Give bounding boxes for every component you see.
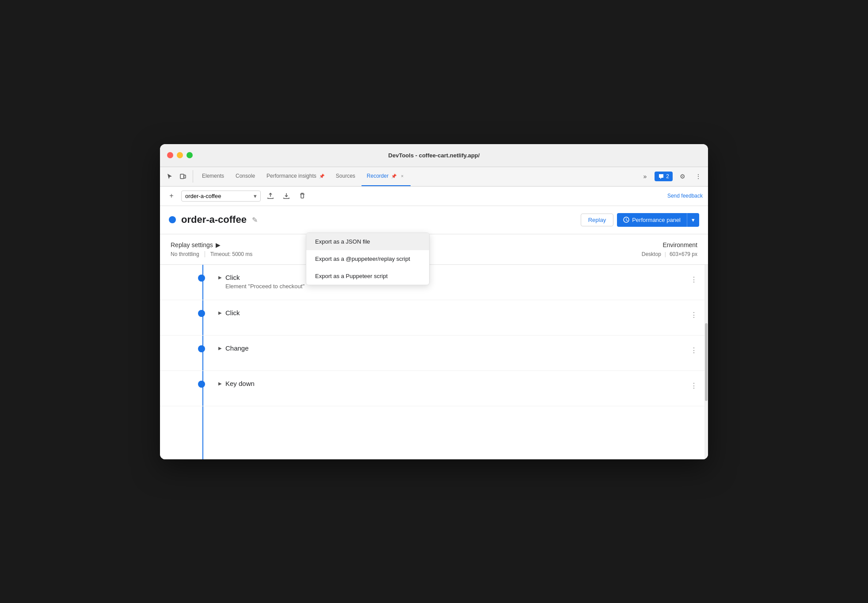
tabs-list: Elements Console Performance insights 📌 …	[197, 167, 411, 186]
settings-left: Replay settings ▶ No throttling Timeout:…	[171, 241, 258, 257]
comments-button[interactable]: 2	[655, 172, 673, 181]
window-title: DevTools - coffee-cart.netlify.app/	[388, 152, 480, 159]
step-4-dot	[198, 381, 205, 388]
pin-icon-performance: 📌	[319, 174, 324, 179]
step-2-timeline	[160, 309, 211, 317]
step-1-type: Click	[225, 274, 240, 281]
title-bar: DevTools - coffee-cart.netlify.app/	[160, 144, 708, 167]
step-3-dot	[198, 345, 205, 352]
step-2-type: Click	[225, 309, 240, 317]
export-puppeteer-item[interactable]: Export as a Puppeteer script	[306, 267, 429, 285]
recording-indicator	[169, 216, 176, 223]
header-actions: Replay Performance panel ▾	[581, 213, 699, 227]
environment-section: Environment Desktop | 603×679 px	[642, 241, 697, 257]
step-3-expander[interactable]: ▶ Change	[218, 344, 689, 352]
environment-details: Desktop | 603×679 px	[642, 251, 697, 257]
step-1-dot	[198, 275, 205, 282]
delete-button[interactable]	[296, 190, 308, 202]
recording-header: order-a-coffee ✎ Replay Performance pane…	[160, 206, 708, 234]
step-1-menu-button[interactable]: ⋮	[689, 275, 699, 285]
step-4-menu-button[interactable]: ⋮	[689, 381, 699, 391]
maximize-button[interactable]	[187, 152, 193, 158]
export-puppeteer-replay-item[interactable]: Export as a @puppeteer/replay script	[306, 250, 429, 267]
pin-icon-recorder: 📌	[391, 174, 396, 179]
scrollbar[interactable]	[704, 265, 708, 459]
settings-area: Replay settings ▶ No throttling Timeout:…	[160, 234, 708, 265]
timeout-setting: Timeout: 5000 ms	[205, 251, 258, 257]
svg-rect-1	[184, 175, 186, 178]
performance-panel-dropdown-button[interactable]: ▾	[687, 213, 699, 227]
replay-settings-title[interactable]: Replay settings ▶	[171, 241, 258, 248]
replay-button[interactable]: Replay	[581, 214, 613, 226]
export-dropdown-menu: Export as a JSON file Export as a @puppe…	[306, 233, 430, 285]
step-2-menu-button[interactable]: ⋮	[689, 310, 699, 321]
settings-details: No throttling Timeout: 5000 ms	[171, 251, 258, 257]
traffic-lights	[167, 152, 193, 158]
step-1-menu: ⋮	[689, 274, 699, 285]
close-button[interactable]	[167, 152, 173, 158]
devtools-window: DevTools - coffee-cart.netlify.app/ Elem…	[160, 144, 708, 459]
scrollbar-thumb[interactable]	[705, 323, 708, 401]
import-button[interactable]	[280, 190, 293, 202]
step-4-menu: ⋮	[689, 380, 699, 391]
tab-icons	[164, 170, 193, 183]
environment-label: Environment	[642, 241, 697, 248]
tabs-right: » 2 ⚙ ⋮	[639, 170, 704, 183]
tab-elements[interactable]: Elements	[197, 167, 229, 186]
desktop-label: Desktop	[642, 251, 661, 257]
steps-container: ▶ Click Element "Proceed to checkout" ⋮ …	[160, 265, 708, 459]
tab-sources[interactable]: Sources	[331, 167, 361, 186]
step-3-timeline	[160, 344, 211, 352]
step-2-content: ▶ Click	[211, 309, 689, 317]
step-1-expander[interactable]: ▶ Click	[218, 274, 689, 281]
step-3: ▶ Change ⋮	[160, 336, 708, 371]
upload-icon	[267, 192, 274, 199]
more-options-button[interactable]: ⋮	[692, 170, 704, 183]
add-recording-button[interactable]: +	[165, 190, 178, 202]
export-button[interactable]	[264, 190, 277, 202]
step-3-menu-button[interactable]: ⋮	[689, 345, 699, 356]
step-3-menu: ⋮	[689, 344, 699, 356]
performance-panel-group: Performance panel ▾	[617, 213, 699, 227]
comment-icon	[658, 173, 664, 179]
devtools-tabs: Elements Console Performance insights 📌 …	[160, 167, 708, 187]
step-2-expander[interactable]: ▶ Click	[218, 309, 689, 317]
recording-title: order-a-coffee	[181, 214, 247, 225]
step-3-type: Change	[225, 344, 249, 352]
tab-performance-insights[interactable]: Performance insights 📌	[261, 167, 330, 186]
tab-console[interactable]: Console	[230, 167, 260, 186]
step-2-menu: ⋮	[689, 309, 699, 321]
step-4-expander[interactable]: ▶ Key down	[218, 380, 689, 387]
minimize-button[interactable]	[177, 152, 183, 158]
trash-icon	[299, 192, 306, 199]
send-feedback-link[interactable]: Send feedback	[667, 193, 703, 199]
step-4: ▶ Key down ⋮	[160, 371, 708, 406]
step-3-content: ▶ Change	[211, 344, 689, 352]
step-1: ▶ Click Element "Proceed to checkout" ⋮	[160, 265, 708, 300]
recording-selector[interactable]: order-a-coffee ▾	[181, 191, 261, 202]
step-4-timeline	[160, 380, 211, 388]
more-tabs-button[interactable]: »	[639, 170, 651, 183]
cursor-icon[interactable]	[164, 170, 176, 183]
download-icon	[283, 192, 290, 199]
export-json-item[interactable]: Export as a JSON file	[306, 233, 429, 250]
performance-panel-button[interactable]: Performance panel	[617, 213, 687, 227]
throttling-setting: No throttling	[171, 251, 205, 257]
device-mode-icon[interactable]	[177, 170, 189, 183]
settings-button[interactable]: ⚙	[676, 170, 689, 183]
expand-settings-icon: ▶	[216, 241, 221, 248]
toolbar: + order-a-coffee ▾ Send feedback	[160, 187, 708, 206]
step-2-chevron: ▶	[218, 310, 223, 315]
step-1-chevron: ▶	[218, 275, 223, 279]
chevron-down-white-icon: ▾	[692, 217, 695, 223]
edit-title-icon[interactable]: ✎	[252, 216, 258, 224]
tab-recorder[interactable]: Recorder 📌 ×	[362, 167, 411, 186]
step-1-content: ▶ Click Element "Proceed to checkout"	[211, 274, 689, 290]
step-3-chevron: ▶	[218, 346, 223, 350]
step-2-dot	[198, 310, 205, 317]
step-4-content: ▶ Key down	[211, 380, 689, 387]
tab-close-recorder[interactable]: ×	[399, 173, 405, 179]
step-1-description: Element "Proceed to checkout"	[218, 283, 689, 290]
step-4-type: Key down	[225, 380, 255, 387]
step-1-timeline	[160, 274, 211, 282]
